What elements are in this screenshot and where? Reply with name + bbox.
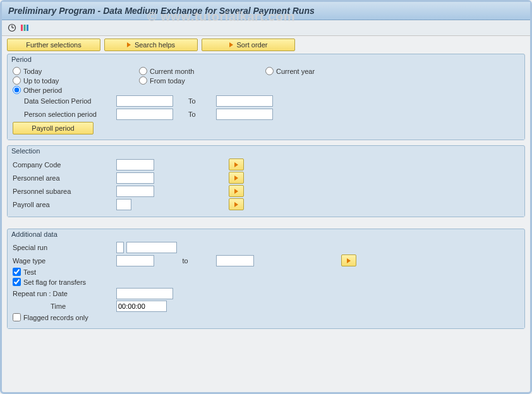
- test-label: Test: [23, 268, 36, 276]
- title-bar: Preliminary Program - Data Medium Exchan…: [2, 2, 530, 20]
- svg-rect-4: [24, 25, 26, 31]
- company-code-multi-button[interactable]: [229, 158, 244, 170]
- personnel-subarea-input[interactable]: [116, 186, 154, 197]
- search-helps-button[interactable]: Search helps: [104, 39, 198, 51]
- wage-type-from-input[interactable]: [116, 255, 154, 266]
- page-title: Preliminary Program - Data Medium Exchan…: [8, 6, 524, 16]
- app-window: Preliminary Program - Data Medium Exchan…: [0, 0, 532, 394]
- time-label: Time: [13, 302, 114, 310]
- radio-up-to-today-input[interactable]: [13, 76, 21, 85]
- person-selection-to-input[interactable]: [216, 109, 273, 120]
- data-selection-period-label: Data Selection Period: [13, 97, 114, 105]
- special-run-input-2[interactable]: [126, 242, 177, 253]
- wage-type-label: Wage type: [13, 257, 114, 265]
- radio-current-year-input[interactable]: [265, 67, 274, 75]
- arrow-right-icon: [234, 162, 238, 167]
- execute-icon[interactable]: [7, 23, 17, 33]
- selection-button-row: Further selections Search helps Sort ord…: [7, 39, 525, 51]
- radio-other-period-input[interactable]: [13, 86, 21, 94]
- flagged-only-label: Flagged records only: [23, 314, 88, 321]
- radio-label: From today: [150, 77, 185, 85]
- payroll-area-multi-button[interactable]: [229, 198, 244, 210]
- repeat-run-date-input[interactable]: [116, 288, 173, 299]
- payroll-period-button[interactable]: Payroll period: [13, 122, 94, 134]
- special-run-input-1[interactable]: [116, 242, 124, 253]
- company-code-input[interactable]: [116, 159, 154, 170]
- payroll-area-input[interactable]: [116, 199, 131, 210]
- radio-current-year[interactable]: Current year: [265, 67, 354, 75]
- person-selection-period-label: Person selection period: [13, 110, 114, 118]
- company-code-label: Company Code: [13, 161, 114, 169]
- arrow-right-icon: [234, 189, 238, 194]
- radio-from-today[interactable]: From today: [139, 76, 227, 85]
- variant-icon[interactable]: [20, 23, 30, 33]
- special-run-label: Special run: [13, 244, 114, 251]
- set-flag-label: Set flag for transfers: [23, 278, 86, 286]
- test-checkbox[interactable]: [13, 268, 21, 276]
- radio-label: Current year: [276, 68, 315, 75]
- system-toolbar: [2, 20, 530, 36]
- group-legend: Additional data: [8, 229, 524, 239]
- data-selection-from-input[interactable]: [116, 95, 173, 107]
- button-label: Further selections: [26, 41, 81, 49]
- radio-up-to-today[interactable]: Up to today: [13, 76, 101, 85]
- svg-rect-3: [21, 25, 23, 31]
- radio-label: Today: [23, 68, 42, 75]
- personnel-area-multi-button[interactable]: [229, 172, 244, 184]
- arrow-right-icon: [234, 176, 238, 181]
- radio-current-month[interactable]: Current month: [139, 67, 227, 75]
- to-label: to: [157, 257, 214, 265]
- selection-group: Selection Company Code Personnel area Pe…: [7, 145, 525, 217]
- arrow-right-icon: [234, 202, 238, 207]
- period-group: Period Today Current month Current year: [7, 54, 525, 140]
- wage-type-multi-button[interactable]: [341, 254, 356, 266]
- svg-rect-5: [27, 25, 28, 31]
- sort-order-button[interactable]: Sort order: [202, 39, 295, 51]
- personnel-area-label: Personnel area: [13, 174, 114, 182]
- button-label: Search helps: [135, 41, 175, 49]
- personnel-subarea-label: Personnel subarea: [13, 188, 114, 195]
- repeat-run-label: Repeat run : Date: [13, 290, 114, 297]
- arrow-right-icon: [127, 42, 131, 47]
- wage-type-to-input[interactable]: [216, 255, 254, 266]
- data-selection-to-input[interactable]: [216, 95, 273, 107]
- button-label: Sort order: [237, 41, 268, 49]
- radio-today[interactable]: Today: [13, 67, 101, 75]
- group-legend: Period: [8, 54, 524, 64]
- personnel-area-input[interactable]: [116, 172, 154, 184]
- additional-data-group: Additional data Special run Wage type to: [7, 229, 525, 329]
- group-legend: Selection: [8, 146, 524, 156]
- radio-from-today-input[interactable]: [139, 76, 147, 85]
- time-input[interactable]: [116, 301, 167, 312]
- radio-label: Up to today: [23, 77, 59, 85]
- radio-other-period[interactable]: Other period: [13, 86, 101, 94]
- radio-current-month-input[interactable]: [139, 67, 147, 75]
- payroll-area-label: Payroll area: [13, 201, 114, 208]
- arrow-right-icon: [347, 258, 351, 263]
- to-label: To: [176, 110, 214, 118]
- button-label: Payroll period: [32, 124, 74, 132]
- arrow-right-icon: [229, 42, 233, 47]
- content-area: Further selections Search helps Sort ord…: [2, 36, 530, 339]
- radio-today-input[interactable]: [13, 67, 21, 75]
- flagged-only-checkbox[interactable]: [13, 313, 21, 321]
- further-selections-button[interactable]: Further selections: [7, 39, 100, 51]
- personnel-subarea-multi-button[interactable]: [229, 185, 244, 197]
- radio-label: Other period: [23, 87, 62, 94]
- to-label: To: [176, 97, 214, 105]
- set-flag-checkbox[interactable]: [13, 278, 21, 286]
- person-selection-from-input[interactable]: [116, 109, 173, 120]
- radio-label: Current month: [150, 68, 194, 75]
